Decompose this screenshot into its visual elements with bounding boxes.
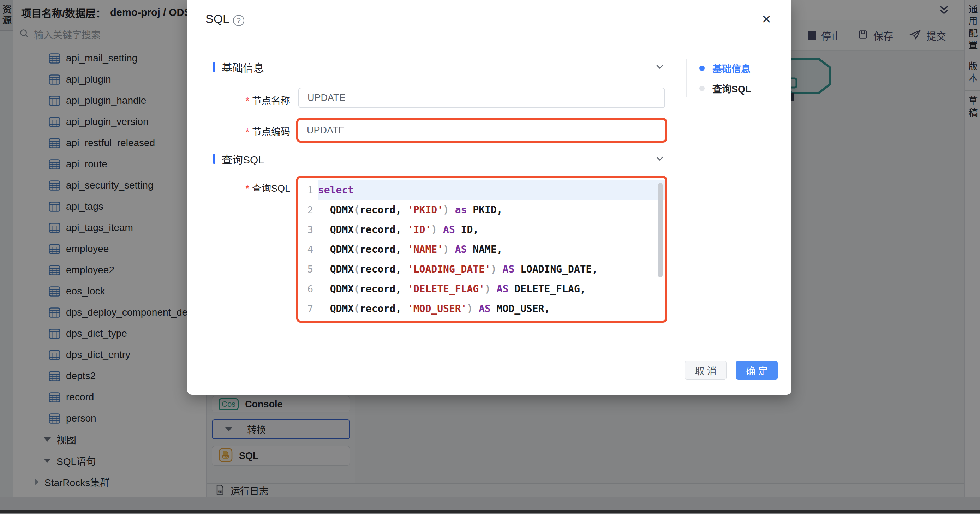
node-code-label: *节点编码 <box>187 124 290 138</box>
code-text: QDMX(record, 'MOD_USER') AS MOD_USER, <box>318 299 665 318</box>
anchor-link[interactable]: 查询SQL <box>699 81 751 95</box>
section-basic-label: 基础信息 <box>222 59 264 75</box>
cancel-button[interactable]: 取 消 <box>685 361 727 380</box>
dialog-title: SQL <box>205 12 229 26</box>
code-text: QDMX(record, 'NAME') AS NAME, <box>318 239 665 259</box>
sql-editor-highlighted[interactable]: 1select2 QDMX(record, 'PKID') as PKID,3 … <box>296 176 667 323</box>
collapse-chevron-icon[interactable] <box>654 153 666 166</box>
ok-button[interactable]: 确 定 <box>736 361 778 380</box>
section-query-sql: 查询SQL <box>213 151 264 167</box>
query-sql-label: *查询SQL <box>187 181 290 194</box>
code-line[interactable]: 3 QDMX(record, 'ID') AS ID, <box>298 220 665 239</box>
anchor-label: 基础信息 <box>713 61 751 75</box>
code-editor[interactable]: 1select2 QDMX(record, 'PKID') as PKID,3 … <box>298 178 665 321</box>
anchor-dot-icon <box>699 86 705 91</box>
required-asterisk: * <box>245 183 249 194</box>
line-number: 6 <box>298 283 318 294</box>
required-asterisk: * <box>245 95 249 106</box>
line-number: 2 <box>298 204 318 215</box>
code-line[interactable]: 2 QDMX(record, 'PKID') as PKID, <box>298 200 665 220</box>
help-icon[interactable]: ? <box>233 15 244 26</box>
node-name-input[interactable]: UPDATE <box>298 88 665 108</box>
anchor-link[interactable]: 基础信息 <box>699 61 751 75</box>
node-name-label: *节点名称 <box>187 93 290 107</box>
anchor-nav: 基础信息查询SQL <box>686 59 751 97</box>
required-asterisk: * <box>245 127 249 137</box>
line-number: 5 <box>298 264 318 275</box>
code-text: QDMX(record, 'LOADING_DATE') AS LOADING_… <box>318 259 665 279</box>
code-text: QDMX(record, 'PKID') as PKID, <box>318 200 665 220</box>
code-line[interactable]: 5 QDMX(record, 'LOADING_DATE') AS LOADIN… <box>298 259 665 279</box>
line-number: 1 <box>298 185 318 196</box>
section-accent-bar <box>213 62 215 72</box>
section-accent-bar <box>213 154 215 164</box>
code-line[interactable]: 6 QDMX(record, 'DELETE_FLAG') AS DELETE_… <box>298 279 665 299</box>
line-number: 3 <box>298 224 318 235</box>
sql-node-dialog: SQL ? × 基础信息 *节点名称 UPDATE *节点编码 UPDATE 查… <box>187 0 791 395</box>
line-number: 7 <box>298 303 318 314</box>
code-text: QDMX(record, 'DELETE_FLAG') AS DELETE_FL… <box>318 279 665 299</box>
line-number: 4 <box>298 244 318 255</box>
section-basic-info: 基础信息 <box>213 59 264 75</box>
node-code-value: UPDATE <box>298 125 345 136</box>
scrollbar-thumb[interactable] <box>658 183 663 277</box>
code-text: QDMX(record, 'ID') AS ID, <box>318 220 665 239</box>
code-line[interactable]: 1select <box>298 180 665 200</box>
anchor-label: 查询SQL <box>713 81 751 95</box>
anchor-dot-icon <box>699 66 705 71</box>
collapse-chevron-icon[interactable] <box>654 61 666 74</box>
screen: 资源 项目名称/数据层： demo-proj / ODS 输入关键字搜索 api… <box>0 0 980 514</box>
close-icon[interactable]: × <box>762 11 771 27</box>
code-text: select <box>318 180 665 200</box>
code-line[interactable]: 7 QDMX(record, 'MOD_USER') AS MOD_USER, <box>298 299 665 318</box>
code-line[interactable]: 4 QDMX(record, 'NAME') AS NAME, <box>298 239 665 259</box>
section-query-label: 查询SQL <box>222 151 264 167</box>
node-code-input-highlighted[interactable]: UPDATE <box>296 118 667 143</box>
